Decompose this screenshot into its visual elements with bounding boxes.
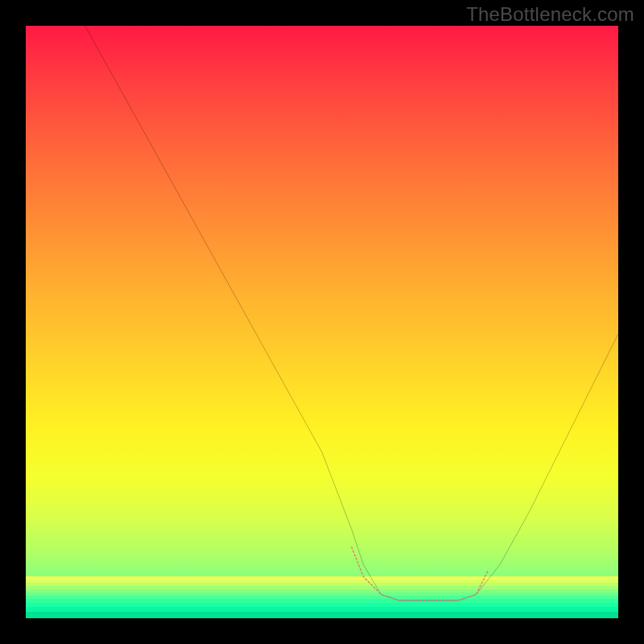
watermark-text: TheBottleneck.com xyxy=(466,3,634,26)
curve-layer xyxy=(26,26,618,618)
threshold-marker xyxy=(352,547,488,601)
plot-area xyxy=(26,26,618,618)
chart-frame: TheBottleneck.com xyxy=(0,0,644,644)
bottleneck-curve xyxy=(85,26,618,601)
